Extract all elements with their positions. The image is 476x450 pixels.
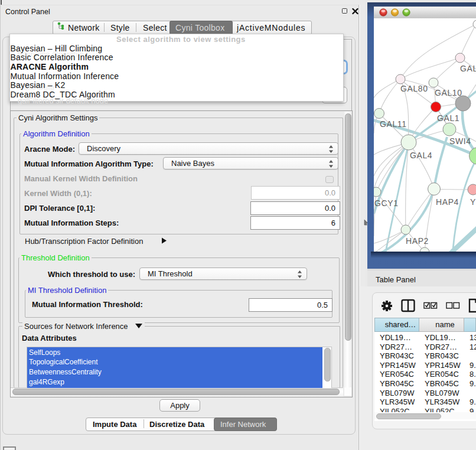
- svg-text:GAL: GAL: [460, 64, 476, 73]
- svg-text:GAL4: GAL4: [410, 151, 432, 160]
- svg-text:GAL80: GAL80: [400, 84, 428, 93]
- svg-text:Y: Y: [470, 197, 476, 207]
- svg-text:HAP4: HAP4: [436, 197, 459, 207]
- svg-text:SWI4: SWI4: [449, 136, 471, 146]
- svg-text:GAL11: GAL11: [380, 119, 407, 129]
- svg-text:GAL1: GAL1: [437, 113, 459, 123]
- svg-text:GCY1: GCY1: [374, 198, 399, 208]
- svg-text:HAP2: HAP2: [406, 236, 429, 246]
- svg-text:GAL10: GAL10: [435, 88, 462, 97]
